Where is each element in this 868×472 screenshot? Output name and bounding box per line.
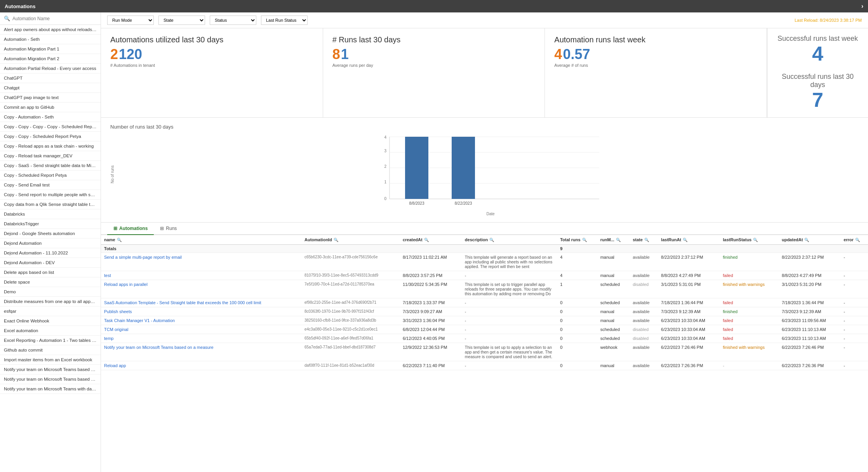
sidebar-item[interactable]: Copy data from a Qlik Sense straight tab… — [0, 200, 101, 209]
stat-week-title: Automation runs last week — [554, 35, 757, 44]
tab-automations[interactable]: ⊞Automations — [107, 223, 154, 235]
totals-cell-runMode — [597, 245, 630, 253]
sidebar-item[interactable]: Demo — [0, 287, 101, 297]
sidebar-item[interactable]: Notify your team on Microsoft Teams base… — [0, 365, 101, 374]
sidebar-item[interactable]: Excel Reporting - Automation 1 - Two tab… — [0, 336, 101, 345]
col-filter-createdAt[interactable]: createdAt 🔍 — [403, 237, 429, 242]
sidebar-item[interactable]: Github auto commit — [0, 345, 101, 355]
cell-error: - — [840, 316, 868, 325]
sidebar-item[interactable]: Automation Migration Part 2 — [0, 54, 101, 64]
sidebar-item[interactable]: ChatGPT — [0, 73, 101, 83]
svg-text:3: 3 — [384, 149, 386, 153]
col-filter-lastRunStatus[interactable]: lastRunStatus 🔍 — [723, 237, 758, 242]
last-reload: Last Reload: 8/24/2023 3:38:17 PM — [795, 18, 862, 23]
col-header-totalRuns[interactable]: Total runs 🔍 — [557, 235, 597, 245]
tab-icon-runs: ⊞ — [160, 226, 164, 231]
col-filter-error[interactable]: error 🔍 — [844, 237, 860, 242]
col-header-lastRunStatus[interactable]: lastRunStatus 🔍 — [720, 235, 779, 245]
sidebar-item[interactable]: Dejond Automation — [0, 239, 101, 248]
sidebar-item[interactable]: Commit an app to GitHub — [0, 103, 101, 112]
table-row: Reload appdaf08f70-111f-11ee-81d1-b52eac… — [101, 361, 868, 370]
sidebar-item[interactable]: Dejond Automation - DEV — [0, 258, 101, 268]
cell-totalRuns: 4 — [557, 253, 597, 271]
sidebar-item[interactable]: Delete apps based on list — [0, 268, 101, 277]
col-filter-lastRunAt[interactable]: lastRunAt 🔍 — [661, 237, 687, 242]
sidebar-item[interactable]: Copy - Scheduled Report Petya — [0, 171, 101, 180]
sidebar-item[interactable]: Copy - Send Email test — [0, 180, 101, 190]
sidebar-item[interactable]: Excel automation — [0, 326, 101, 336]
cell-name[interactable]: Reload app — [101, 361, 301, 370]
sidebar-item[interactable]: Notify your team on Microsoft Teams base… — [0, 374, 101, 384]
sidebar-item[interactable]: ChatGPT pwp image to text — [0, 93, 101, 103]
cell-name[interactable]: TCM original — [101, 325, 301, 334]
tab-runs[interactable]: ⊞Runs — [154, 223, 183, 235]
sidebar-item[interactable]: Copy - SaaS - Send straight table data t… — [0, 161, 101, 171]
col-filter-description[interactable]: description 🔍 — [465, 237, 494, 242]
cell-lastRunAt: 3/1/2023 5:31:01 PM — [658, 280, 720, 298]
sidebar-item[interactable]: Delete space — [0, 277, 101, 287]
chart-svg: 0 1 2 3 4 — [122, 133, 859, 211]
run-mode-filter[interactable]: Run Mode — [107, 16, 154, 25]
cell-runMode: manual — [597, 271, 630, 280]
col-header-automationId[interactable]: AutomationId 🔍 — [301, 235, 400, 245]
sidebar-item[interactable]: Automation Partial Reload - Every user a… — [0, 64, 101, 73]
sidebar-item[interactable]: Copy - Send report to multiple people wi… — [0, 190, 101, 200]
nav-arrow[interactable]: › — [861, 3, 863, 10]
svg-text:2: 2 — [384, 164, 386, 169]
sidebar-item[interactable]: esfqar — [0, 307, 101, 316]
cell-name[interactable]: SaaS Automation Template - Send Straight… — [101, 298, 301, 307]
sidebar-item[interactable]: Alert app owners about apps without relo… — [0, 25, 101, 35]
sidebar-item[interactable]: Automation - Seth — [0, 35, 101, 44]
col-header-name[interactable]: name 🔍 — [101, 235, 301, 245]
sidebar-item[interactable]: Dejond Automation - 11.10.2022 — [0, 248, 101, 258]
sidebar-item[interactable]: Notify your team on Microsoft Teams with… — [0, 384, 101, 394]
cell-name[interactable]: Task Chain Manager V1 - Automation — [101, 316, 301, 325]
last-run-status-filter[interactable]: Last Run Status — [261, 16, 308, 25]
cell-name[interactable]: Reload apps in parallel — [101, 280, 301, 298]
cell-name[interactable]: Publish sheets — [101, 307, 301, 316]
col-header-error[interactable]: error 🔍 — [840, 235, 868, 245]
col-filter-state[interactable]: state 🔍 — [633, 237, 649, 242]
state-filter[interactable]: State — [158, 16, 205, 25]
col-header-lastRunAt[interactable]: lastRunAt 🔍 — [658, 235, 720, 245]
sidebar-item[interactable]: Chatgpt — [0, 83, 101, 93]
cell-lastRunStatus: failed — [720, 316, 779, 325]
sidebar-item[interactable]: DatabricksTrigger — [0, 219, 101, 229]
stat-automations-numbers: 2 120 — [110, 47, 313, 61]
cell-createdAt: 7/3/2023 9:09:27 AM — [400, 307, 462, 316]
cell-runMode: manual — [597, 316, 630, 325]
successful-week-value: 4 — [775, 43, 860, 65]
sidebar-item[interactable]: Copy - Automation - Seth — [0, 112, 101, 122]
sidebar-item[interactable]: Dejond - Google Sheets automation — [0, 229, 101, 239]
col-header-description[interactable]: description 🔍 — [462, 235, 557, 245]
cell-name[interactable]: temp — [101, 334, 301, 343]
col-search-icon-error: 🔍 — [855, 238, 860, 242]
col-header-runMode[interactable]: runM... 🔍 — [597, 235, 630, 245]
sidebar-item[interactable]: Distribute measures from one app to all … — [0, 297, 101, 307]
status-filter[interactable]: Status — [210, 16, 256, 25]
cell-name[interactable]: test — [101, 271, 301, 280]
col-filter-totalRuns[interactable]: Total runs 🔍 — [560, 237, 586, 242]
sidebar-item[interactable]: Exact Online Webhook — [0, 316, 101, 326]
sidebar-item[interactable]: Import master items from an Excel workbo… — [0, 355, 101, 365]
col-filter-runMode[interactable]: runM... 🔍 — [600, 237, 621, 242]
sidebar-item[interactable]: Databricks — [0, 209, 101, 219]
sidebar-item[interactable]: Copy - Copy - Copy - Copy - Scheduled Re… — [0, 122, 101, 132]
col-filter-name[interactable]: name 🔍 — [104, 237, 122, 242]
sidebar-item[interactable]: Copy - Reload task manager_DEV — [0, 151, 101, 161]
cell-state: available — [630, 361, 658, 370]
col-filter-updatedAt[interactable]: updatedAt 🔍 — [782, 237, 809, 242]
cell-name[interactable]: Send a simple multi-page report by email — [101, 253, 301, 271]
cell-name[interactable]: Notify your team on Microsoft Teams base… — [101, 343, 301, 361]
tab-label-automations: Automations — [119, 226, 148, 231]
col-filter-automationId[interactable]: AutomationId 🔍 — [304, 237, 338, 242]
sidebar-search-bar[interactable]: 🔍 — [0, 12, 101, 25]
col-header-updatedAt[interactable]: updatedAt 🔍 — [779, 235, 840, 245]
search-input[interactable] — [12, 16, 97, 21]
sidebar-item[interactable]: Copy - Reload apps as a task chain - wor… — [0, 141, 101, 151]
sidebar-item[interactable]: Automation Migration Part 1 — [0, 44, 101, 54]
app-title: Automations — [5, 3, 861, 9]
sidebar-item[interactable]: Copy - Copy - Scheduled Report Petya — [0, 132, 101, 141]
col-header-state[interactable]: state 🔍 — [630, 235, 658, 245]
col-header-createdAt[interactable]: createdAt 🔍 — [400, 235, 462, 245]
